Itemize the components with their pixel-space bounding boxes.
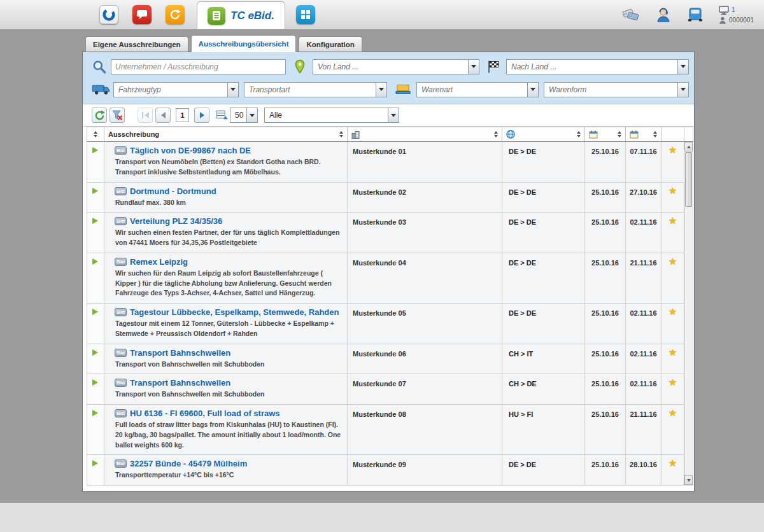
table-row[interactable]: Bid Remex Leipzig Wir suchen für den Rau… <box>87 253 693 303</box>
previous-page-button[interactable] <box>155 108 171 123</box>
header-select-column[interactable] <box>87 127 104 142</box>
goods-form-dropdown[interactable]: Warenform <box>544 82 689 97</box>
truck-icon <box>92 83 111 95</box>
company-cell: Musterkunde 03 <box>348 213 502 253</box>
favorite-star-icon[interactable]: ★ <box>668 256 677 267</box>
app-messenger-icon[interactable] <box>132 5 152 24</box>
bid-icon: Bid <box>115 379 127 387</box>
sort-icon <box>94 131 97 137</box>
bid-icon: Bid <box>115 217 127 225</box>
cargo-icon <box>395 83 411 95</box>
chevron-down-icon[interactable] <box>246 108 257 122</box>
chevron-down-icon[interactable] <box>227 83 238 97</box>
panel-body: Von Land ... Nach Land ... <box>82 52 695 492</box>
first-page-button[interactable] <box>138 108 153 123</box>
app-tc-ebid-active[interactable]: TC eBid. <box>197 1 285 29</box>
tender-title[interactable]: Dortmund - Dortmund <box>130 186 216 196</box>
chevron-down-icon[interactable] <box>677 60 688 74</box>
open-tender-icon[interactable] <box>92 258 98 265</box>
open-tender-icon[interactable] <box>92 218 98 224</box>
open-tender-icon[interactable] <box>92 309 98 315</box>
scrollbar-thumb[interactable] <box>685 152 692 207</box>
table-row[interactable]: Bid HU 6136 - FI 69600, Full load of str… <box>87 405 693 455</box>
route-cell: DE > DE <box>502 253 585 303</box>
search-input[interactable] <box>111 59 286 74</box>
transport-type-dropdown[interactable]: Transportart <box>244 82 387 97</box>
tender-title[interactable]: Tagestour Lübbecke, Espelkamp, Stemwede,… <box>130 307 339 317</box>
header-route[interactable] <box>502 127 585 142</box>
favorite-star-icon[interactable]: ★ <box>668 407 677 418</box>
table-row[interactable]: Bid 32257 Bünde - 45479 Mülheim Transpor… <box>87 455 693 486</box>
header-favorite[interactable] <box>661 127 684 142</box>
favorite-star-icon[interactable]: ★ <box>668 185 677 196</box>
tab-label: Eigene Ausschreibungen <box>93 41 181 48</box>
scroll-down-button[interactable] <box>684 475 693 485</box>
clear-filter-button[interactable] <box>110 108 125 123</box>
tender-title[interactable]: Transport Bahnschwellen <box>130 378 230 388</box>
vehicle-type-dropdown[interactable]: Fahrzeugtyp <box>113 82 239 97</box>
chevron-down-icon[interactable] <box>527 83 538 97</box>
table-row[interactable]: Bid Dortmund - Dortmund Rundlauf max. 38… <box>87 182 693 213</box>
table-scrollbar[interactable] <box>684 142 693 486</box>
header-date-to[interactable] <box>626 127 661 142</box>
open-tender-icon[interactable] <box>92 410 98 416</box>
favorite-star-icon[interactable]: ★ <box>668 144 677 155</box>
table-row[interactable]: Bid Täglich von DE-99867 nach DE Transpo… <box>87 142 693 183</box>
tab-eigene-ausschreibungen[interactable]: Eigene Ausschreibungen <box>85 36 188 52</box>
header-company[interactable] <box>348 127 502 142</box>
scope-dropdown[interactable]: Alle <box>264 108 399 123</box>
refresh-button[interactable] <box>92 108 107 123</box>
to-country-dropdown[interactable]: Nach Land ... <box>506 59 689 74</box>
location-pin-icon <box>295 59 305 74</box>
truck-cab-icon[interactable] <box>687 7 704 22</box>
user-id: 0000001 <box>729 17 754 24</box>
table-row[interactable]: Bid Verteilung PLZ 34/35/36 Wir suchen e… <box>87 213 693 253</box>
open-tender-icon[interactable] <box>92 188 98 194</box>
support-agent-icon[interactable] <box>655 6 672 23</box>
app-emap-icon[interactable] <box>296 5 315 24</box>
open-tender-icon[interactable] <box>92 147 98 153</box>
date-to-cell: 02.11.16 <box>626 374 661 405</box>
header-ausschreibung[interactable]: Ausschreibung <box>104 127 348 142</box>
goods-type-dropdown[interactable]: Warenart <box>416 82 539 97</box>
tender-title[interactable]: 32257 Bünde - 45479 Mülheim <box>130 459 247 468</box>
chevron-down-icon[interactable] <box>677 83 688 97</box>
page-size-dropdown[interactable]: 50 <box>230 108 258 123</box>
chevron-down-icon[interactable] <box>468 60 479 74</box>
chevron-down-icon[interactable] <box>376 83 386 97</box>
scroll-up-button[interactable] <box>684 142 693 151</box>
price-tags-icon[interactable] <box>622 6 640 23</box>
chevron-down-icon[interactable] <box>388 108 399 122</box>
header-date-from[interactable] <box>585 127 626 142</box>
company-cell: Musterkunde 07 <box>348 374 502 405</box>
app-timocom-icon[interactable] <box>99 5 118 24</box>
date-from-cell: 25.10.16 <box>585 455 626 486</box>
tender-title[interactable]: HU 6136 - FI 69600, Full load of straws <box>130 409 280 418</box>
filter-row-search: Von Land ... Nach Land ... <box>92 58 689 75</box>
open-tender-icon[interactable] <box>92 460 98 466</box>
tab-ausschreibungsuebersicht[interactable]: Ausschreibungsübersicht <box>191 35 297 52</box>
route-cell: CH > DE <box>502 374 585 405</box>
open-tender-icon[interactable] <box>92 349 98 356</box>
calendar-end-icon <box>630 130 639 139</box>
favorite-star-icon[interactable]: ★ <box>668 377 677 388</box>
tender-description: Transporttemperatur +14°C bis +16°C <box>115 470 342 480</box>
open-tender-icon[interactable] <box>92 379 98 386</box>
page-number-input[interactable] <box>176 108 189 122</box>
table-row[interactable]: Bid Tagestour Lübbecke, Espelkamp, Stemw… <box>87 304 693 344</box>
tab-konfiguration[interactable]: Konfiguration <box>299 36 362 52</box>
favorite-star-icon[interactable]: ★ <box>668 306 677 317</box>
tender-title[interactable]: Täglich von DE-99867 nach DE <box>130 146 251 155</box>
table-row[interactable]: Bid Transport Bahnschwellen Transport vo… <box>87 374 693 405</box>
favorite-star-icon[interactable]: ★ <box>668 458 677 468</box>
tender-title[interactable]: Remex Leipzig <box>130 257 188 267</box>
workspace: Eigene Ausschreibungen Ausschreibungsübe… <box>0 30 764 503</box>
tender-title[interactable]: Transport Bahnschwellen <box>130 348 230 358</box>
favorite-star-icon[interactable]: ★ <box>668 215 677 226</box>
favorite-star-icon[interactable]: ★ <box>668 347 677 358</box>
next-page-button[interactable] <box>194 108 209 123</box>
app-barometer-icon[interactable] <box>166 5 185 24</box>
table-row[interactable]: Bid Transport Bahnschwellen Transport vo… <box>87 344 693 374</box>
tender-title[interactable]: Verteilung PLZ 34/35/36 <box>130 216 222 226</box>
from-country-dropdown[interactable]: Von Land ... <box>313 59 479 74</box>
